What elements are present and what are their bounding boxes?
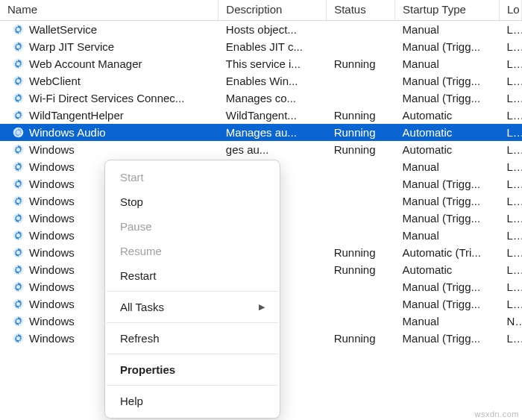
service-startup: Automatic [395, 261, 500, 278]
service-name-label: WebClient [29, 75, 81, 87]
service-name-cell[interactable]: Windows [7, 143, 211, 156]
gear-icon [12, 126, 25, 139]
service-logon: Lo [499, 278, 521, 295]
menu-restart[interactable]: Restart [105, 263, 280, 288]
service-status: Running [327, 330, 395, 347]
service-startup: Automatic (Tri... [395, 244, 500, 261]
gear-icon [12, 23, 25, 36]
service-status: Running [327, 107, 395, 124]
service-name-cell[interactable]: Warp JIT Service [7, 40, 211, 53]
service-startup: Manual (Trigg... [395, 38, 500, 55]
table-header[interactable]: Name Description Status Startup Type Lo [0, 0, 522, 21]
service-status [327, 21, 395, 39]
service-status [327, 210, 395, 227]
gear-icon [12, 40, 25, 53]
service-startup: Automatic [395, 141, 500, 158]
service-startup: Manual (Trigg... [395, 330, 500, 347]
service-name-label: Windows [29, 143, 75, 156]
service-startup: Manual [395, 55, 500, 72]
service-startup: Manual [395, 158, 500, 175]
service-logon: Lo [499, 295, 521, 313]
service-name-label: Windows [29, 229, 75, 242]
service-status [327, 295, 395, 313]
watermark: wsxdn.com [474, 410, 519, 419]
service-name-cell[interactable]: WalletService [7, 23, 211, 36]
service-startup: Manual (Trigg... [395, 192, 500, 210]
service-status: Running [327, 124, 395, 141]
service-name-label: WalletService [29, 23, 97, 36]
service-description: WildTangent... [218, 107, 327, 124]
service-name-label: Web Account Manager [29, 57, 142, 70]
service-description: Manages co... [218, 90, 327, 107]
service-startup: Manual (Trigg... [395, 210, 500, 227]
table-row[interactable]: WildTangentHelperWildTangent...RunningAu… [0, 107, 522, 124]
col-header-startup[interactable]: Startup Type [395, 0, 500, 21]
table-row[interactable]: Wi-Fi Direct Services Connec...Manages c… [0, 90, 522, 107]
service-logon: Lo [499, 141, 521, 158]
service-name-label: Warp JIT Service [29, 40, 114, 53]
service-logon: Ne [499, 313, 521, 330]
gear-icon [12, 332, 25, 345]
menu-stop[interactable]: Stop [105, 189, 280, 214]
col-header-description[interactable]: Description [218, 0, 327, 21]
col-header-name[interactable]: Name [0, 0, 218, 21]
service-logon: Lo [499, 261, 521, 278]
service-name-cell[interactable]: WebClient [7, 75, 211, 87]
table-row[interactable]: Web Account ManagerThis service i...Runn… [0, 55, 522, 72]
service-description: This service i... [218, 55, 327, 72]
service-name-label: Windows [29, 246, 75, 259]
service-logon: Lo [499, 192, 521, 210]
table-row[interactable]: Warp JIT ServiceEnables JIT c...Manual (… [0, 38, 522, 55]
col-header-status[interactable]: Status [327, 0, 395, 21]
service-name-cell[interactable]: WildTangentHelper [7, 109, 211, 122]
service-description: Hosts object... [218, 21, 327, 39]
service-name-cell[interactable]: Windows Audio [7, 126, 211, 139]
service-status: Running [327, 141, 395, 158]
service-startup: Manual (Trigg... [395, 175, 500, 192]
gear-icon [12, 92, 25, 104]
menu-properties[interactable]: Properties [105, 357, 280, 382]
service-logon: Lo [499, 210, 521, 227]
service-name-label: Windows [29, 263, 75, 276]
service-logon: Lo [499, 21, 521, 39]
gear-icon [12, 109, 25, 122]
service-status [327, 278, 395, 295]
gear-icon [12, 315, 25, 327]
service-status [327, 313, 395, 330]
menu-all-tasks[interactable]: All Tasks ▶ [105, 295, 280, 319]
menu-help[interactable]: Help [105, 389, 280, 413]
service-name-label: WildTangentHelper [29, 109, 124, 122]
service-startup: Manual (Trigg... [395, 278, 500, 295]
context-menu: Start Stop Pause Resume Restart All Task… [104, 160, 280, 419]
service-name-label: Windows [29, 280, 75, 293]
gear-icon [12, 160, 25, 173]
service-name-label: Windows [29, 160, 75, 173]
menu-separator [107, 354, 278, 354]
gear-icon [12, 143, 25, 156]
table-row[interactable]: WebClientEnables Win...Manual (Trigg...L… [0, 72, 522, 90]
service-name-label: Windows [29, 212, 75, 225]
service-startup: Automatic [395, 124, 500, 141]
service-name-cell[interactable]: Web Account Manager [7, 57, 211, 70]
table-row[interactable]: WalletServiceHosts object...ManualLo [0, 21, 522, 39]
service-status [327, 227, 395, 244]
service-name-cell[interactable]: Wi-Fi Direct Services Connec... [7, 92, 211, 104]
service-description: Manages au... [218, 124, 327, 141]
service-status: Running [327, 55, 395, 72]
gear-icon [12, 75, 25, 87]
service-logon: Lo [499, 244, 521, 261]
menu-refresh[interactable]: Refresh [105, 326, 280, 351]
service-logon: Lo [499, 107, 521, 124]
col-header-logon[interactable]: Lo [499, 0, 521, 21]
service-name-label: Windows [29, 195, 75, 207]
service-description: Enables Win... [218, 72, 327, 90]
table-row[interactable]: Windows AudioManages au...RunningAutomat… [0, 124, 522, 141]
gear-icon [12, 195, 25, 207]
service-status [327, 38, 395, 55]
menu-separator [107, 322, 278, 323]
service-startup: Manual [395, 21, 500, 39]
service-status [327, 90, 395, 107]
service-name-label: Wi-Fi Direct Services Connec... [29, 92, 184, 104]
service-startup: Manual (Trigg... [395, 72, 500, 90]
table-row[interactable]: Windowsges au...RunningAutomaticLo [0, 141, 522, 158]
